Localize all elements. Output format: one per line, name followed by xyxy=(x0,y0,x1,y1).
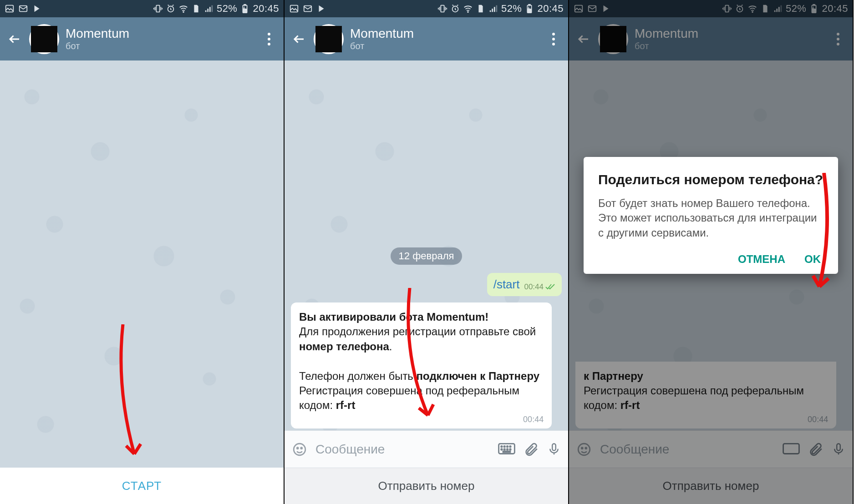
svg-rect-13 xyxy=(441,5,444,12)
chat-title: Momentum xyxy=(350,26,539,41)
chat-title: Momentum xyxy=(66,26,254,41)
chat-subtitle: бот xyxy=(350,41,539,51)
battery-icon xyxy=(524,4,534,14)
play-icon xyxy=(32,4,42,14)
keyboard-icon[interactable] xyxy=(498,443,515,456)
dialog-title: Поделиться номером телефона? xyxy=(598,171,824,188)
dialog-ok-button[interactable]: OK xyxy=(804,253,821,266)
message-input-row: Сообщение xyxy=(285,430,568,468)
msg-line-2a: Для продолжения регистрации отправьте св… xyxy=(299,325,536,338)
svg-point-19 xyxy=(552,33,555,35)
msg-line-4b: rf-rt xyxy=(336,399,356,411)
battery-percent: 52% xyxy=(501,3,522,15)
start-button[interactable]: СТАРТ xyxy=(0,468,284,504)
more-button[interactable] xyxy=(261,31,277,47)
picture-icon xyxy=(289,4,299,14)
screen-1: 52% 20:45 Momentum бот СТАРТ xyxy=(0,0,285,504)
back-button[interactable] xyxy=(291,31,307,47)
read-checks-icon xyxy=(545,283,555,291)
start-button-label: СТАРТ xyxy=(122,479,162,493)
mail-icon xyxy=(303,4,313,14)
clock-text: 20:45 xyxy=(253,3,279,15)
back-button[interactable] xyxy=(6,31,23,47)
svg-rect-6 xyxy=(244,5,246,5)
outgoing-message-meta: 00:44 xyxy=(524,282,555,292)
clock-text: 20:45 xyxy=(537,3,564,15)
chat-avatar[interactable] xyxy=(29,24,59,54)
msg-line-3a: Телефон должен быть xyxy=(299,370,417,382)
svg-rect-35 xyxy=(552,444,556,450)
svg-rect-17 xyxy=(529,5,531,5)
date-separator: 12 февраля xyxy=(391,247,463,265)
chat-avatar[interactable] xyxy=(314,24,344,54)
svg-point-21 xyxy=(552,43,555,45)
chat-header: Momentum бот xyxy=(285,17,568,60)
svg-point-30 xyxy=(501,449,503,450)
wifi-icon xyxy=(463,4,473,14)
svg-point-32 xyxy=(507,449,508,450)
incoming-message[interactable]: Вы активировали бота Momentum! Для продо… xyxy=(291,302,552,428)
svg-point-33 xyxy=(510,449,511,450)
status-bar: 52% 20:45 xyxy=(0,0,284,17)
svg-point-4 xyxy=(183,11,184,12)
msg-line-3b: подключен к Партнеру xyxy=(417,370,540,382)
chat-title-group[interactable]: Momentum бот xyxy=(66,26,254,51)
battery-icon xyxy=(240,4,250,14)
signal-icon xyxy=(204,4,214,14)
dialog-cancel-button[interactable]: ОТМЕНА xyxy=(738,253,785,266)
sim-icon xyxy=(191,4,201,14)
incoming-message-time: 00:44 xyxy=(299,414,544,425)
emoji-icon[interactable] xyxy=(292,442,307,457)
msg-line-4a: Регистрация совершена под реферальным ко… xyxy=(299,384,519,411)
wifi-icon xyxy=(178,4,188,14)
alarm-icon xyxy=(166,4,176,14)
chat-messages-area[interactable]: 12 февраля /start 00:44 Вы активировали … xyxy=(285,60,568,430)
annotation-arrow-icon xyxy=(114,324,150,468)
send-number-button[interactable]: Отправить номер xyxy=(285,468,568,504)
message-input[interactable]: Сообщение xyxy=(315,442,490,457)
chat-subtitle: бот xyxy=(66,41,254,51)
svg-point-28 xyxy=(507,446,508,447)
svg-point-22 xyxy=(294,444,305,455)
share-phone-dialog: Поделиться номером телефона? Бот будет з… xyxy=(584,157,838,274)
screen-3: 52% 20:45 Momentum бот к Партнеру Регист… xyxy=(569,0,854,504)
mic-icon[interactable] xyxy=(547,442,561,457)
sim-icon xyxy=(476,4,486,14)
svg-point-8 xyxy=(268,33,270,35)
picture-icon xyxy=(5,4,15,14)
svg-point-20 xyxy=(552,38,555,40)
msg-line-2b: номер телефона xyxy=(299,340,389,353)
svg-point-23 xyxy=(297,447,298,449)
svg-point-15 xyxy=(468,11,468,12)
svg-point-31 xyxy=(504,449,505,450)
msg-line-1: Вы активировали бота Momentum! xyxy=(299,311,488,323)
svg-point-26 xyxy=(501,446,503,447)
vibrate-icon xyxy=(153,4,163,14)
outgoing-message-time: 00:44 xyxy=(524,282,544,292)
more-button[interactable] xyxy=(545,31,562,47)
vibrate-icon xyxy=(437,4,447,14)
status-bar: 52% 20:45 xyxy=(285,0,568,17)
send-number-label: Отправить номер xyxy=(378,479,475,493)
signal-icon xyxy=(488,4,498,14)
mail-icon xyxy=(18,4,28,14)
play-icon xyxy=(316,4,326,14)
attach-icon[interactable] xyxy=(524,442,539,457)
screen-2: 52% 20:45 Momentum бот 12 февраля /start… xyxy=(285,0,569,504)
battery-percent: 52% xyxy=(217,3,238,15)
outgoing-message-text: /start xyxy=(493,277,520,292)
chat-messages-area[interactable] xyxy=(0,60,284,468)
svg-rect-2 xyxy=(156,5,159,12)
dialog-body: Бот будет знать номер Вашего телефона. Э… xyxy=(598,196,824,240)
alarm-icon xyxy=(450,4,460,14)
svg-point-9 xyxy=(268,38,270,40)
outgoing-message[interactable]: /start 00:44 xyxy=(487,273,562,296)
msg-line-2c: . xyxy=(389,340,392,353)
svg-point-10 xyxy=(268,43,270,45)
chat-title-group[interactable]: Momentum бот xyxy=(350,26,539,51)
svg-rect-34 xyxy=(503,451,510,452)
svg-point-27 xyxy=(504,446,505,447)
svg-point-24 xyxy=(301,447,302,449)
chat-header: Momentum бот xyxy=(0,17,284,60)
svg-point-29 xyxy=(510,446,511,447)
